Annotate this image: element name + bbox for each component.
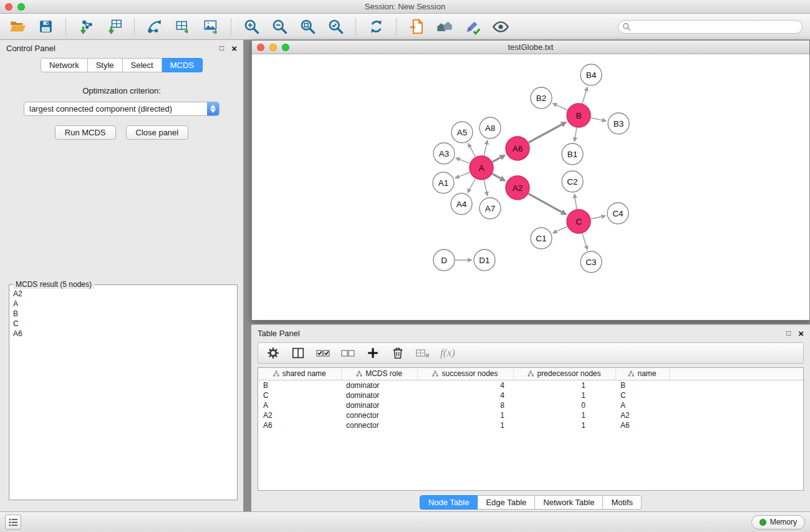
graph-edge-A2-C[interactable]	[529, 194, 562, 212]
select-all-button[interactable]	[316, 346, 330, 360]
zoom-network-button[interactable]	[282, 44, 289, 51]
graph-node-D1[interactable]: D1	[474, 249, 495, 271]
graph-node-C4[interactable]: C4	[607, 203, 629, 224]
network-canvas[interactable]: B4B2BB3A5A8A6B1A3AC2A1A2A4A7C4CC1C3DD1	[252, 54, 809, 320]
close-network-button[interactable]	[257, 44, 264, 51]
export-image-button[interactable]	[201, 17, 221, 37]
import-table-button[interactable]	[104, 17, 124, 37]
zoom-selected-button[interactable]	[325, 17, 345, 37]
graph-edge-C-C1[interactable]	[557, 226, 567, 231]
close-panel-button[interactable]: Close panel	[126, 125, 189, 140]
mcds-result-item[interactable]: A2	[11, 289, 236, 299]
graph-node-A3[interactable]: A3	[433, 143, 455, 164]
table-row[interactable]: A2connector11A2	[258, 410, 803, 420]
graph-node-A4[interactable]: A4	[451, 193, 472, 215]
graph-edge-A-A1[interactable]	[459, 172, 470, 177]
table-row[interactable]: Cdominator41C	[258, 390, 803, 400]
mcds-result-item[interactable]: C	[11, 319, 236, 329]
float-panel-icon[interactable]: □	[219, 44, 224, 52]
mcds-result-item[interactable]: B	[11, 309, 236, 319]
delete-table-button[interactable]	[415, 346, 430, 360]
graph-node-B[interactable]: B	[567, 104, 591, 127]
mcds-result-item[interactable]: A	[11, 299, 236, 309]
open-session-doc-button[interactable]	[407, 17, 427, 37]
graph-node-A[interactable]: A	[470, 156, 493, 180]
graph-edge-B-B4[interactable]	[582, 91, 586, 104]
graph-node-B2[interactable]: B2	[531, 87, 552, 109]
graph-node-A5[interactable]: A5	[451, 122, 473, 143]
graph-node-C[interactable]: C	[567, 210, 591, 233]
task-history-button[interactable]	[5, 515, 21, 530]
zoom-out-button[interactable]	[269, 17, 289, 37]
graph-edge-A-A5[interactable]	[470, 147, 476, 157]
column-header-successor-nodes[interactable]: successor nodes	[417, 368, 513, 380]
show-columns-button[interactable]	[291, 346, 306, 360]
table-tab-edge-table[interactable]: Edge Table	[478, 495, 535, 510]
deselect-all-button[interactable]	[340, 346, 355, 360]
graph-node-C3[interactable]: C3	[581, 251, 602, 273]
graph-node-A2[interactable]: A2	[506, 176, 529, 200]
function-builder-button[interactable]: f(x)	[440, 346, 455, 360]
close-panel-icon[interactable]: ×	[231, 44, 237, 53]
graph-edge-A-A3[interactable]	[460, 160, 470, 163]
graph-node-B3[interactable]: B3	[608, 113, 629, 134]
table-row[interactable]: A6connector11A6	[258, 420, 803, 430]
node-table[interactable]: shared nameMCDS rolesuccessor nodesprede…	[258, 367, 804, 491]
graph-node-B1[interactable]: B1	[562, 143, 583, 165]
home-button[interactable]	[435, 17, 455, 37]
minimize-network-button[interactable]	[269, 44, 277, 51]
control-tab-select[interactable]: Select	[123, 58, 162, 72]
graph-edge-A-A8[interactable]	[484, 144, 486, 155]
table-settings-button[interactable]	[266, 346, 281, 360]
table-tab-motifs[interactable]: Motifs	[603, 495, 642, 510]
network-window-titlebar[interactable]: testGlobe.txt	[252, 41, 809, 54]
graph-node-A6[interactable]: A6	[506, 137, 529, 160]
zoom-fit-button[interactable]	[297, 17, 317, 37]
export-table-button[interactable]	[173, 17, 193, 37]
float-table-panel-icon[interactable]: □	[786, 329, 791, 337]
refresh-button[interactable]	[366, 17, 386, 37]
graph-node-D[interactable]: D	[433, 249, 455, 271]
column-header-shared-name[interactable]: shared name	[258, 368, 341, 380]
run-mcds-button[interactable]: Run MCDS	[55, 125, 116, 140]
zoom-window-button[interactable]	[17, 3, 25, 11]
graph-edge-C-C4[interactable]	[591, 216, 602, 219]
add-column-button[interactable]	[365, 346, 380, 360]
graph-node-B4[interactable]: B4	[581, 64, 602, 85]
graph-edge-B-B2[interactable]	[556, 105, 567, 110]
control-tab-style[interactable]: Style	[88, 58, 123, 72]
graph-node-A1[interactable]: A1	[433, 172, 454, 193]
control-tab-mcds[interactable]: MCDS	[162, 58, 203, 72]
mcds-result-item[interactable]: A6	[11, 329, 236, 339]
close-table-panel-icon[interactable]: ×	[798, 329, 804, 338]
graph-node-C1[interactable]: C1	[531, 228, 552, 249]
close-window-button[interactable]	[5, 3, 12, 11]
new-network-button[interactable]	[145, 17, 165, 37]
control-tab-network[interactable]: Network	[41, 58, 88, 72]
graph-edge-A-A2[interactable]	[493, 174, 501, 178]
graph-edge-B-B1[interactable]	[575, 128, 577, 138]
apply-style-button[interactable]	[463, 17, 483, 37]
show-graphics-details-button[interactable]	[491, 17, 511, 37]
graph-node-C2[interactable]: C2	[562, 171, 583, 192]
optimization-criterion-select[interactable]: largest connected component (directed)	[24, 102, 219, 116]
zoom-in-button[interactable]	[241, 17, 261, 37]
import-network-button[interactable]	[76, 17, 96, 37]
delete-column-button[interactable]	[390, 346, 405, 360]
table-tab-network-table[interactable]: Network Table	[535, 495, 603, 510]
memory-button[interactable]: Memory	[751, 515, 805, 530]
table-row[interactable]: Adominator80A	[258, 400, 803, 410]
graph-edge-A-A4[interactable]	[470, 179, 475, 190]
table-tab-node-table[interactable]: Node Table	[420, 495, 478, 510]
column-header-predecessor-nodes[interactable]: predecessor nodes	[513, 368, 615, 380]
graph-edge-A6-B[interactable]	[529, 125, 562, 143]
search-box[interactable]	[618, 20, 803, 34]
graph-edge-A-A6[interactable]	[493, 158, 501, 162]
graph-node-A7[interactable]: A7	[480, 198, 501, 219]
graph-edge-C-C3[interactable]	[582, 233, 586, 246]
graph-edge-A-A7[interactable]	[484, 180, 486, 192]
open-file-button[interactable]	[7, 17, 27, 37]
search-input[interactable]	[634, 22, 798, 31]
column-header-mcds-role[interactable]: MCDS role	[341, 368, 417, 380]
graph-edge-B-B3[interactable]	[591, 118, 602, 120]
